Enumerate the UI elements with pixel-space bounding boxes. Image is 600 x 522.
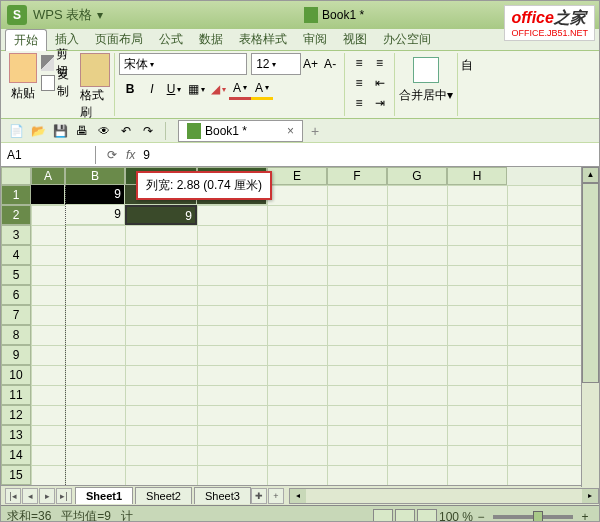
row-header-9[interactable]: 9 xyxy=(1,345,31,365)
italic-button[interactable]: I xyxy=(141,78,163,100)
row-header-1[interactable]: 1 xyxy=(1,185,31,205)
page-layout-view-button[interactable] xyxy=(395,509,415,523)
save-button[interactable]: 💾 xyxy=(51,122,69,140)
row-header-11[interactable]: 11 xyxy=(1,385,31,405)
page-break-view-button[interactable] xyxy=(417,509,437,523)
scroll-right-button[interactable]: ▸ xyxy=(582,489,598,503)
cancel-edit-button[interactable]: ⟳ xyxy=(102,148,122,162)
paste-button[interactable]: 粘贴 xyxy=(9,53,37,102)
open-file-button[interactable]: 📂 xyxy=(29,122,47,140)
clipboard-group: 粘贴 剪切 复制 格式刷 xyxy=(5,53,115,116)
new-file-button[interactable]: 📄 xyxy=(7,122,25,140)
zoom-out-button[interactable]: − xyxy=(473,510,489,523)
merge-center-button[interactable]: 合并居中▾ xyxy=(399,87,453,104)
row-header-4[interactable]: 4 xyxy=(1,245,31,265)
name-box[interactable]: A1 xyxy=(1,146,96,164)
menu-review[interactable]: 审阅 xyxy=(295,29,335,50)
increase-font-button[interactable]: A+ xyxy=(301,53,321,75)
menu-home[interactable]: 开始 xyxy=(5,29,47,51)
scroll-thumb[interactable] xyxy=(582,183,599,383)
sheet-tab-3[interactable]: Sheet3 xyxy=(194,487,251,504)
row-header-5[interactable]: 5 xyxy=(1,265,31,285)
menu-table-style[interactable]: 表格样式 xyxy=(231,29,295,50)
row-header-14[interactable]: 14 xyxy=(1,445,31,465)
row-header-2[interactable]: 2 xyxy=(1,205,31,225)
add-sheet-button[interactable]: ✚ xyxy=(251,488,267,504)
scroll-up-button[interactable]: ▲ xyxy=(582,167,599,183)
brush-icon xyxy=(80,53,110,87)
quick-access-toolbar: 📄 📂 💾 🖶 👁 ↶ ↷ Book1 * × + xyxy=(1,119,599,143)
format-painter-button[interactable]: 格式刷 xyxy=(80,53,110,121)
row-header-3[interactable]: 3 xyxy=(1,225,31,245)
cell-C2[interactable]: 9 xyxy=(125,205,197,225)
new-tab-button[interactable]: + xyxy=(311,123,319,139)
grid-body[interactable]: 999 xyxy=(31,185,599,485)
app-icon: S xyxy=(7,5,27,25)
row-header-8[interactable]: 8 xyxy=(1,325,31,345)
normal-view-button[interactable] xyxy=(373,509,393,523)
print-button[interactable]: 🖶 xyxy=(73,122,91,140)
col-header-F[interactable]: F xyxy=(327,167,387,185)
status-avg: 平均值=9 xyxy=(61,508,111,522)
highlight-button[interactable]: A▾ xyxy=(251,78,273,100)
decrease-font-button[interactable]: A- xyxy=(320,53,340,75)
cell-A1[interactable] xyxy=(31,185,65,205)
col-header-H[interactable]: H xyxy=(447,167,507,185)
sheet-tab-1[interactable]: Sheet1 xyxy=(75,487,133,504)
indent-inc-button[interactable]: ⇥ xyxy=(370,93,390,113)
next-sheet-button[interactable]: ▸ xyxy=(39,488,55,504)
border-button[interactable]: ▦▾ xyxy=(185,78,207,100)
row-header-12[interactable]: 12 xyxy=(1,405,31,425)
document-tab[interactable]: Book1 * × xyxy=(178,120,303,142)
menu-data[interactable]: 数据 xyxy=(191,29,231,50)
first-sheet-button[interactable]: |◂ xyxy=(5,488,21,504)
sheet-tab-2[interactable]: Sheet2 xyxy=(135,487,192,504)
select-all-corner[interactable] xyxy=(1,167,31,185)
horizontal-scrollbar[interactable]: ◂ ▸ xyxy=(289,488,599,504)
menu-page-layout[interactable]: 页面布局 xyxy=(87,29,151,50)
col-header-G[interactable]: G xyxy=(387,167,447,185)
row-headers: 123456789101112131415 xyxy=(1,185,31,485)
scroll-left-button[interactable]: ◂ xyxy=(290,489,306,503)
align-middle-button[interactable]: ≡ xyxy=(349,73,369,93)
bold-button[interactable]: B xyxy=(119,78,141,100)
row-header-10[interactable]: 10 xyxy=(1,365,31,385)
menu-formulas[interactable]: 公式 xyxy=(151,29,191,50)
row-header-6[interactable]: 6 xyxy=(1,285,31,305)
fill-color-button[interactable]: ◢▾ xyxy=(207,78,229,100)
font-color-button[interactable]: A▾ xyxy=(229,78,251,100)
align-top-button[interactable]: ≡ xyxy=(349,53,369,73)
zoom-slider[interactable] xyxy=(493,515,573,519)
vertical-scrollbar[interactable]: ▲ xyxy=(581,167,599,487)
cell-B1[interactable]: 9 xyxy=(65,185,125,205)
sheet-menu-button[interactable]: + xyxy=(268,488,284,504)
underline-button[interactable]: U▾ xyxy=(163,78,185,100)
align-center-button[interactable]: ≡ xyxy=(370,53,390,73)
prev-sheet-button[interactable]: ◂ xyxy=(22,488,38,504)
row-header-15[interactable]: 15 xyxy=(1,465,31,485)
col-header-E[interactable]: E xyxy=(267,167,327,185)
menu-office-space[interactable]: 办公空间 xyxy=(375,29,439,50)
col-header-A[interactable]: A xyxy=(31,167,65,185)
font-size-select[interactable]: 12▾ xyxy=(251,53,300,75)
zoom-in-button[interactable]: + xyxy=(577,510,593,523)
font-name-select[interactable]: 宋体▾ xyxy=(119,53,247,75)
row-header-7[interactable]: 7 xyxy=(1,305,31,325)
formula-input[interactable]: 9 xyxy=(143,148,150,162)
undo-button[interactable]: ↶ xyxy=(117,122,135,140)
preview-button[interactable]: 👁 xyxy=(95,122,113,140)
copy-button[interactable]: 复制 xyxy=(41,73,76,93)
redo-button[interactable]: ↷ xyxy=(139,122,157,140)
watermark: office之家 OFFICE.JB51.NET xyxy=(504,5,595,41)
app-menu-dropdown[interactable]: ▾ xyxy=(92,8,108,22)
row-header-13[interactable]: 13 xyxy=(1,425,31,445)
col-header-B[interactable]: B xyxy=(65,167,125,185)
indent-dec-button[interactable]: ⇤ xyxy=(370,73,390,93)
last-sheet-button[interactable]: ▸| xyxy=(56,488,72,504)
autofit-partial: 自 xyxy=(458,53,476,116)
close-tab-button[interactable]: × xyxy=(287,124,294,138)
fx-icon[interactable]: fx xyxy=(126,148,135,162)
menu-view[interactable]: 视图 xyxy=(335,29,375,50)
cell-B2[interactable]: 9 xyxy=(65,205,125,225)
align-left-button[interactable]: ≡ xyxy=(349,93,369,113)
